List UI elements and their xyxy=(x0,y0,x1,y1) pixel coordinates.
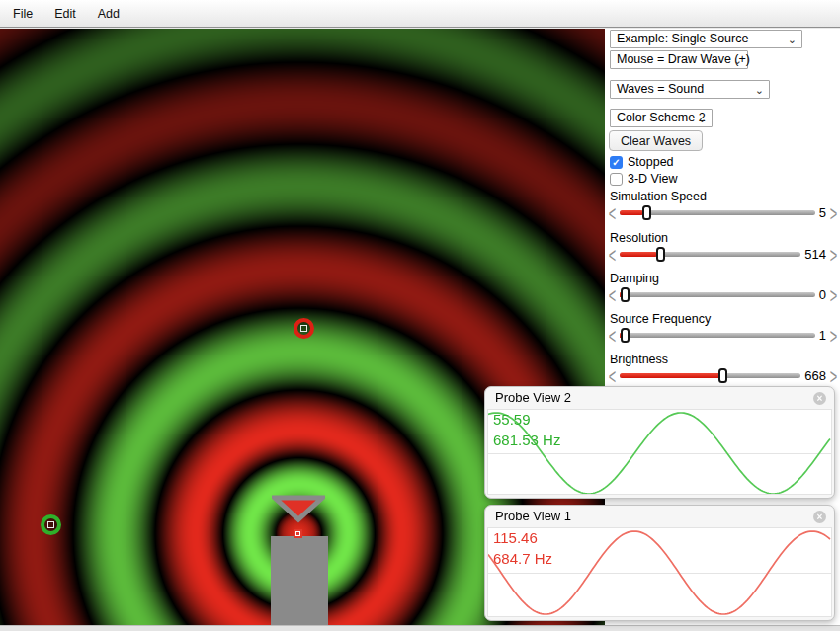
close-icon[interactable]: × xyxy=(813,392,826,405)
mouse-mode-select-label: Mouse = Draw Wave (+) xyxy=(617,51,750,68)
example-select[interactable]: Example: Single Source ⌄ xyxy=(610,30,802,48)
example-select-label: Example: Single Source xyxy=(617,31,748,47)
slider-left-arrow-icon[interactable]: < xyxy=(608,283,617,306)
menu-file[interactable]: File xyxy=(0,0,43,28)
simulation-speed-label: Simulation Speed xyxy=(607,190,839,203)
brightness-label: Brightness xyxy=(607,353,839,366)
slider-right-arrow-icon[interactable]: > xyxy=(829,324,838,347)
menu-edit[interactable]: Edit xyxy=(43,0,87,28)
probe-marker-1-square xyxy=(47,521,54,528)
chevron-down-icon: ⌄ xyxy=(733,52,742,69)
3d-view-checkbox-row[interactable]: 3-D View xyxy=(610,172,677,186)
bottom-strip xyxy=(0,625,840,631)
menu-bar: File Edit Add xyxy=(0,0,840,28)
slider-right-arrow-icon[interactable]: > xyxy=(829,364,838,387)
slider-left-arrow-icon[interactable]: < xyxy=(608,201,617,224)
damping-label: Damping xyxy=(607,272,839,285)
slider-fill xyxy=(620,373,723,378)
brightness-value: 668 xyxy=(804,368,826,383)
slider-right-arrow-icon[interactable]: > xyxy=(829,201,838,224)
probe-marker-2-square xyxy=(300,325,307,332)
probe-1-amplitude-value: 115.46 xyxy=(493,527,552,548)
wave-type-select[interactable]: Waves = Sound ⌄ xyxy=(610,80,770,99)
menu-add[interactable]: Add xyxy=(87,0,130,28)
simulation-speed-group: Simulation Speed < 5 > xyxy=(607,190,839,221)
probe-view-1-window[interactable]: Probe View 1 × 115.46 684.7 Hz xyxy=(484,505,835,621)
probe-view-2-graph: 55.59 681.53 Hz xyxy=(487,409,832,495)
damping-group: Damping < 0 > xyxy=(607,272,839,303)
mouse-mode-select[interactable]: Mouse = Draw Wave (+) ⌄ xyxy=(610,50,748,69)
chevron-down-icon: ⌄ xyxy=(788,32,797,48)
slider-fill xyxy=(620,210,643,215)
chevron-down-icon: ⌄ xyxy=(755,82,764,99)
resolution-value: 514 xyxy=(804,247,826,262)
slider-thumb[interactable] xyxy=(642,205,651,220)
probe-view-2-readout: 55.59 681.53 Hz xyxy=(493,409,560,450)
damping-slider[interactable] xyxy=(620,292,815,297)
probe-marker-2[interactable] xyxy=(294,318,314,339)
damping-value: 0 xyxy=(819,287,826,302)
3d-view-checkbox[interactable] xyxy=(610,173,623,186)
3d-view-label: 3-D View xyxy=(628,172,677,186)
wave-source-handle[interactable] xyxy=(294,529,302,538)
probe-1-frequency-value: 684.7 Hz xyxy=(493,548,552,569)
stopped-checkbox-row[interactable]: ✓ Stopped xyxy=(610,155,674,169)
probe-view-2-window[interactable]: Probe View 2 × 55.59 681.53 Hz xyxy=(484,386,835,499)
slider-right-arrow-icon[interactable]: > xyxy=(829,243,838,266)
slider-thumb[interactable] xyxy=(621,328,630,343)
probe-view-1-readout: 115.46 684.7 Hz xyxy=(493,527,552,569)
slider-thumb[interactable] xyxy=(718,368,727,383)
color-scheme-select[interactable]: Color Scheme 2 ⌄ xyxy=(610,109,713,127)
slider-left-arrow-icon[interactable]: < xyxy=(608,243,617,266)
slider-thumb[interactable] xyxy=(656,247,665,262)
chevron-down-icon: ⌄ xyxy=(698,111,707,127)
resolution-label: Resolution xyxy=(607,231,839,245)
probe-marker-1[interactable] xyxy=(41,514,61,535)
slider-thumb[interactable] xyxy=(621,287,630,302)
probe-2-amplitude-value: 55.59 xyxy=(493,409,560,430)
slider-left-arrow-icon[interactable]: < xyxy=(608,364,617,387)
resolution-group: Resolution < 514 > xyxy=(607,231,839,263)
stopped-label: Stopped xyxy=(628,155,674,169)
source-frequency-label: Source Frequency xyxy=(607,312,839,326)
source-frequency-slider[interactable] xyxy=(620,333,815,338)
simulation-speed-value: 5 xyxy=(819,205,826,220)
slider-fill xyxy=(620,252,657,257)
probe-view-1-title: Probe View 1 xyxy=(485,506,834,526)
close-icon[interactable]: × xyxy=(813,511,826,523)
brightness-slider[interactable] xyxy=(620,373,800,378)
wave-type-select-label: Waves = Sound xyxy=(617,81,704,98)
brightness-group: Brightness < 668 > xyxy=(607,353,839,384)
stopped-checkbox[interactable]: ✓ xyxy=(610,156,623,169)
source-frequency-value: 1 xyxy=(819,328,826,343)
source-frequency-group: Source Frequency < 1 > xyxy=(607,312,839,344)
source-funnel[interactable] xyxy=(272,494,325,523)
probe-view-1-graph: 115.46 684.7 Hz xyxy=(487,527,832,617)
probe-view-2-title: Probe View 2 xyxy=(485,387,834,408)
simulation-speed-slider[interactable] xyxy=(620,210,815,215)
wall-block[interactable] xyxy=(271,536,328,625)
probe-2-frequency-value: 681.53 Hz xyxy=(493,430,560,450)
clear-waves-button[interactable]: Clear Waves xyxy=(609,130,703,151)
wave-source-inner xyxy=(295,531,300,536)
color-scheme-select-label: Color Scheme 2 xyxy=(617,110,706,126)
slider-left-arrow-icon[interactable]: < xyxy=(608,324,617,347)
resolution-slider[interactable] xyxy=(620,252,800,257)
slider-right-arrow-icon[interactable]: > xyxy=(829,283,838,306)
